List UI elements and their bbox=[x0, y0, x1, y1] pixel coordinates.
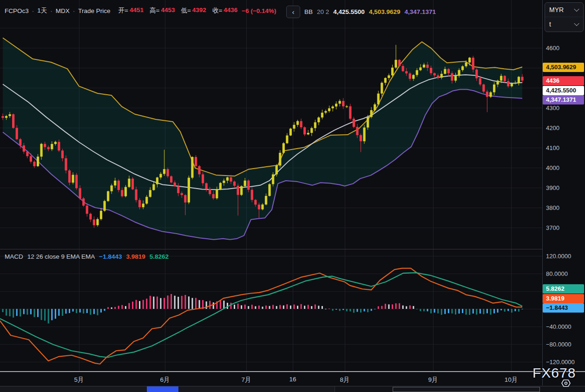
taskbar-segment[interactable] bbox=[228, 386, 253, 392]
price-tick: 3700 bbox=[546, 224, 559, 231]
bb-params: 20 2 bbox=[317, 8, 329, 15]
taskbar-segment[interactable] bbox=[326, 386, 335, 392]
bb-name[interactable]: BB bbox=[304, 8, 313, 15]
ohlc-field: 高=4453 bbox=[150, 7, 175, 15]
ohlc-field-label: 低= bbox=[181, 7, 191, 15]
currency-label: MYR bbox=[549, 6, 564, 13]
time-axis-label[interactable]: 8月 bbox=[340, 376, 349, 384]
taskbar-segment[interactable] bbox=[147, 386, 179, 392]
macd-signal-value: 5.8262 bbox=[150, 253, 169, 260]
taskbar-segment[interactable] bbox=[178, 386, 204, 392]
ohlc-field: 开=4451 bbox=[118, 7, 144, 15]
macd-line bbox=[0, 268, 522, 364]
scrollbar-thumb[interactable] bbox=[393, 387, 540, 392]
unit-dropdown[interactable]: t bbox=[545, 17, 583, 31]
bb-lower-value: 4,347.1371 bbox=[404, 8, 436, 15]
taskbar-segment[interactable] bbox=[277, 386, 302, 392]
bb-basis-badge: 4,425.5500 bbox=[543, 86, 584, 95]
price-tick: 4100 bbox=[546, 144, 559, 151]
interval-label[interactable]: 1天 bbox=[37, 7, 47, 15]
macd-tick: 120.0000 bbox=[546, 253, 571, 260]
ohlc-values: 开=4451高=4453低=4392收=4436 bbox=[117, 7, 238, 15]
taskbar-segment[interactable] bbox=[203, 386, 228, 392]
macd-params: 12 26 close 9 EMA EMA bbox=[27, 253, 95, 260]
collapse-legend-button[interactable]: ‹ bbox=[286, 6, 300, 18]
taskbar-segment[interactable] bbox=[302, 386, 327, 392]
chevron-down-icon bbox=[574, 21, 579, 26]
macd-name[interactable]: MACD bbox=[5, 253, 23, 260]
price-tick: 4600 bbox=[546, 45, 559, 52]
legend-separator: · bbox=[73, 7, 75, 14]
price-tick: 4300 bbox=[546, 105, 559, 111]
price-tick: 4200 bbox=[546, 124, 559, 131]
bb-upper-badge: 4,503.9629 bbox=[543, 63, 584, 72]
series-type-label: Trade Price bbox=[78, 7, 110, 14]
price-scale[interactable]: MYR t 4600430042004100400039003800370012… bbox=[543, 0, 585, 372]
macd-hist-value: −1.8443 bbox=[99, 253, 122, 260]
chart-canvas[interactable] bbox=[0, 0, 542, 372]
taskbar-segment[interactable] bbox=[74, 386, 99, 392]
macd-tick: 80.0000 bbox=[546, 270, 568, 277]
price-tick: 3800 bbox=[546, 204, 559, 211]
ohlc-field: 收=4436 bbox=[212, 7, 237, 15]
ohlc-field-label: 开= bbox=[118, 7, 128, 15]
last-price-badge: 4436 bbox=[543, 76, 584, 85]
ohlc-field-label: 高= bbox=[150, 7, 159, 15]
time-axis-label[interactable]: 10月 bbox=[505, 376, 518, 384]
trading-chart-app: FCPOc3 · 1天 · MDX · Trade Price 开=4451高=… bbox=[0, 0, 585, 392]
ohlc-field-value: 4451 bbox=[130, 7, 144, 15]
time-axis-label[interactable]: 7月 bbox=[241, 376, 251, 384]
taskbar-segment[interactable] bbox=[49, 386, 74, 392]
price-macd-chart[interactable] bbox=[0, 0, 542, 372]
hist-badge: −1.8443 bbox=[543, 303, 584, 313]
macd-tick: −40.0000 bbox=[546, 323, 572, 330]
ohlc-field-value: 4392 bbox=[192, 7, 206, 15]
time-axis-label[interactable]: 5月 bbox=[74, 376, 84, 384]
legend-separator: · bbox=[32, 7, 34, 14]
ohlc-field-label: 收= bbox=[212, 7, 222, 15]
time-scale[interactable]: 5月6月7月168月9月10月 bbox=[0, 372, 542, 385]
macd-indicator-legend: MACD 12 26 close 9 EMA EMA −1.8443 3.981… bbox=[5, 253, 169, 260]
chevron-down-icon bbox=[574, 7, 579, 12]
price-tick: 3900 bbox=[546, 184, 559, 191]
signal-badge: 5.8262 bbox=[543, 284, 584, 294]
bb-lower-badge: 4,347.1371 bbox=[543, 95, 584, 105]
bb-indicator-legend: ‹ BB 20 2 4,425.5500 4,503.9629 4,347.13… bbox=[286, 6, 436, 18]
legend-separator: · bbox=[50, 7, 53, 14]
exchange-label: MDX bbox=[56, 7, 70, 14]
bb-basis-value: 4,425.5500 bbox=[333, 8, 365, 15]
taskbar-segment[interactable] bbox=[0, 386, 25, 392]
macd-line-value: 3.9819 bbox=[126, 253, 145, 260]
time-axis-label[interactable]: 9月 bbox=[428, 376, 438, 384]
bottom-taskbar bbox=[0, 386, 585, 392]
change-label: −6 (−0.14%) bbox=[242, 7, 276, 14]
macd-badge: 3.9819 bbox=[543, 294, 584, 303]
symbol-legend: FCPOc3 · 1天 · MDX · Trade Price 开=4451高=… bbox=[5, 7, 276, 15]
currency-dropdown[interactable]: MYR bbox=[545, 3, 583, 17]
price-tick: 4000 bbox=[546, 164, 559, 171]
time-axis-label[interactable]: 16 bbox=[289, 376, 296, 383]
taskbar-segment[interactable] bbox=[123, 386, 147, 392]
taskbar-segment[interactable] bbox=[99, 386, 124, 392]
taskbar-segment[interactable] bbox=[252, 386, 277, 392]
time-axis-label[interactable]: 6月 bbox=[160, 376, 170, 384]
macd-tick: −120.0000 bbox=[546, 359, 575, 366]
ohlc-field: 低=4392 bbox=[181, 7, 206, 15]
macd-tick: −80.0000 bbox=[546, 341, 572, 348]
bb-upper-value: 4,503.9629 bbox=[369, 8, 401, 15]
ohlc-field-value: 4436 bbox=[223, 7, 237, 15]
unit-label: t bbox=[549, 20, 551, 28]
ohlc-field-value: 4453 bbox=[161, 7, 175, 15]
symbol-info-panel: MYR t bbox=[545, 2, 584, 32]
taskbar-segment[interactable] bbox=[25, 386, 50, 392]
symbol-name[interactable]: FCPOc3 bbox=[5, 7, 29, 14]
macd-signal-line bbox=[0, 273, 522, 357]
